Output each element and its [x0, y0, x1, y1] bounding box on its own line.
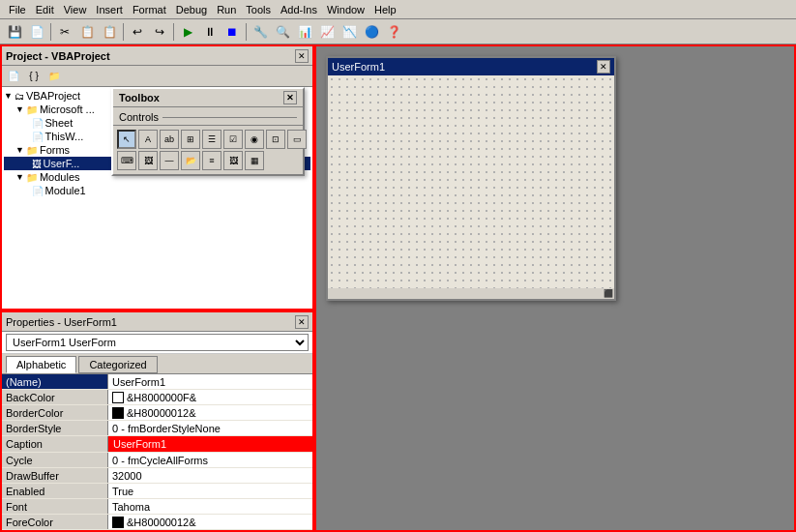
toolbox-tool-commandbutton[interactable]: ⌨	[117, 151, 136, 170]
expand-icon[interactable]: ▼	[15, 145, 24, 155]
toolbox-tool-image[interactable]: 🖼	[223, 151, 243, 170]
prop-value[interactable]: 32000	[108, 468, 312, 483]
toolbar-new[interactable]: 📄	[26, 21, 47, 43]
prop-row: EnabledTrue	[2, 484, 312, 499]
prop-name[interactable]: Caption	[2, 436, 108, 452]
project-close-btn[interactable]: ✕	[295, 49, 309, 63]
form-title: UserForm1	[332, 61, 385, 73]
toolbar-chart2[interactable]: 📈	[316, 21, 338, 43]
toolbar-stop[interactable]: ⏹	[221, 21, 243, 43]
expand-icon[interactable]	[27, 132, 30, 141]
menu-tools[interactable]: Tools	[241, 3, 276, 16]
prop-value[interactable]: &H80000012&	[108, 405, 312, 420]
toolbox-tool-select[interactable]: ↖	[117, 130, 136, 149]
toolbar-vbeeditor[interactable]: 🔧	[250, 21, 271, 43]
menu-window[interactable]: Window	[322, 3, 369, 16]
prop-value[interactable]: 0 - fmBorderStyleNone	[108, 421, 312, 435]
toolbox-close-btn[interactable]: ✕	[283, 91, 297, 104]
toolbar: 💾 📄 ✂ 📋 📋 ↩ ↪ ▶ ⏸ ⏹ 🔧 🔍 📊 📈 📉 🔵 ❓	[0, 19, 796, 44]
prop-name[interactable]: BorderStyle	[2, 421, 108, 435]
prop-value[interactable]: UserForm1	[108, 374, 312, 389]
toolbox-tool-listbox[interactable]: ☰	[202, 130, 221, 149]
prop-value[interactable]: 0 - fmCycleAllForms	[108, 453, 312, 467]
tree-icon: 📄	[32, 132, 44, 142]
toolbar-design[interactable]: 🔵	[361, 21, 382, 43]
toolbox-tool-frame[interactable]: ▭	[287, 130, 307, 149]
toolbox-tool-checkbox[interactable]: ☑	[223, 130, 243, 149]
toolbar-search[interactable]: 🔍	[272, 21, 293, 43]
project-title-bar: Project - VBAProject ✕	[2, 46, 312, 66]
form-resize-handle[interactable]: ⬛	[328, 288, 614, 299]
toolbox-tool-spinbutton[interactable]: ≡	[202, 151, 221, 170]
prop-row: ForeColor&H80000012&	[2, 515, 312, 530]
prop-name[interactable]: BorderColor	[2, 405, 108, 420]
toolbar-sep1	[50, 23, 51, 41]
prop-value[interactable]: Tahoma	[108, 499, 312, 514]
toolbar-redo[interactable]: ↪	[149, 21, 170, 43]
properties-close-btn[interactable]: ✕	[295, 315, 309, 329]
menu-edit[interactable]: Edit	[31, 3, 59, 16]
expand-icon[interactable]	[27, 159, 30, 168]
prop-tab-alphabetic[interactable]: Alphabetic	[6, 356, 76, 373]
prop-value[interactable]: &H8000000F&	[108, 390, 312, 404]
toolbox-tool-refdit[interactable]: ▦	[245, 151, 264, 170]
project-view-object[interactable]: 📄	[4, 68, 23, 85]
toolbar-help[interactable]: ❓	[383, 21, 404, 43]
prop-value[interactable]: True	[108, 484, 312, 498]
toolbar-pause[interactable]: ⏸	[199, 21, 221, 43]
prop-name[interactable]: BackColor	[2, 390, 108, 404]
menu-insert[interactable]: Insert	[91, 3, 128, 16]
toolbar-run[interactable]: ▶	[177, 21, 198, 43]
tree-icon: 🗂	[15, 91, 24, 102]
toolbar-cut[interactable]: ✂	[54, 21, 75, 43]
prop-name[interactable]: DrawBuffer	[2, 468, 108, 483]
toolbar-save[interactable]: 💾	[4, 21, 25, 43]
prop-name[interactable]: Cycle	[2, 453, 108, 467]
toolbox-tool-tabstrip[interactable]: 🖼	[138, 151, 158, 170]
toolbox-tool-textbox[interactable]: ab	[160, 130, 179, 149]
menu-debug[interactable]: Debug	[171, 3, 212, 16]
tree-label: VBAProject	[26, 90, 80, 102]
properties-title: Properties - UserForm1	[6, 316, 117, 328]
prop-tab-categorized[interactable]: Categorized	[78, 356, 157, 373]
expand-icon[interactable]: ▼	[15, 104, 24, 114]
form-body[interactable]	[328, 75, 614, 288]
menu-view[interactable]: View	[59, 3, 92, 16]
toolbox-tool-togglebutton[interactable]: ⊡	[266, 130, 285, 149]
toolbox-tool-multipage[interactable]: —	[160, 151, 179, 170]
project-title: Project - VBAProject	[6, 50, 110, 62]
menu-addins[interactable]: Add-Ins	[276, 3, 322, 16]
prop-value-text: Tahoma	[112, 501, 150, 513]
project-toggle-folder[interactable]: 📁	[44, 68, 64, 85]
tree-icon: 🖼	[32, 159, 42, 169]
project-view-code[interactable]: { }	[24, 68, 44, 85]
prop-name[interactable]: Font	[2, 499, 108, 514]
toolbar-copy[interactable]: 📋	[76, 21, 98, 43]
menu-file[interactable]: File	[4, 3, 31, 16]
form-close-btn[interactable]: ✕	[597, 60, 610, 74]
toolbox-tool-combobox[interactable]: ⊞	[181, 130, 200, 149]
expand-icon[interactable]: ▼	[4, 91, 13, 101]
toolbox-tool-optionbutton[interactable]: ◉	[245, 130, 264, 149]
expand-icon[interactable]	[27, 186, 30, 195]
toolbox-section-label: Controls	[113, 107, 303, 126]
prop-value[interactable]: &H80000012&	[108, 515, 312, 529]
toolbox-tool-scrollbar[interactable]: 📂	[181, 151, 200, 170]
expand-icon[interactable]: ▼	[15, 172, 24, 182]
toolbar-chart1[interactable]: 📊	[294, 21, 315, 43]
menu-format[interactable]: Format	[128, 3, 171, 16]
toolbox-tool-label[interactable]: A	[138, 130, 158, 149]
tree-item[interactable]: 📄Module1	[4, 184, 310, 197]
prop-name[interactable]: (Name)	[2, 374, 108, 389]
toolbar-undo[interactable]: ↩	[127, 21, 148, 43]
color-swatch	[112, 517, 124, 528]
expand-icon[interactable]	[27, 118, 30, 128]
menu-help[interactable]: Help	[369, 3, 401, 16]
toolbar-chart3[interactable]: 📉	[339, 21, 360, 43]
prop-name[interactable]: Enabled	[2, 484, 108, 498]
prop-object-select[interactable]: UserForm1 UserForm	[6, 334, 309, 351]
menu-run[interactable]: Run	[212, 3, 241, 16]
toolbar-paste[interactable]: 📋	[99, 21, 120, 43]
prop-name[interactable]: ForeColor	[2, 515, 108, 529]
prop-value[interactable]: UserForm1	[108, 436, 312, 452]
